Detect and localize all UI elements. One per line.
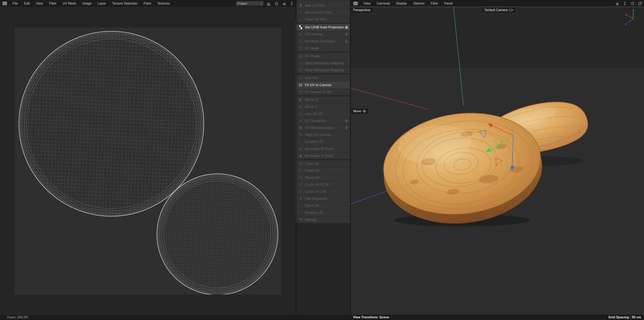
uv-command-flip-sequence[interactable]: ⇅Flip Sequence [296,195,350,202]
uv-command-label: Clear UV Pins [305,18,327,22]
paste-uv-icon: ⎘ [298,169,303,173]
pan-hand-icon[interactable] [615,1,620,6]
menu-item[interactable]: Paint [140,2,154,5]
menu-item[interactable]: File [10,2,21,5]
menu-item[interactable]: Filter [46,2,60,5]
pan-hand-icon[interactable] [282,1,286,6]
uv-command-label: Remap... [305,218,319,222]
uv-command-uv-weld-and-relax[interactable]: ∿UV Weld and Relax [296,38,350,45]
uv-command-cycle-uv-cw[interactable]: ↻Cycle UV CW [296,188,350,195]
histogram-icon[interactable] [266,1,271,6]
menu-item[interactable]: Edit [21,2,33,5]
vertical-scroll-icon[interactable] [290,1,294,6]
menu-item[interactable]: Filter [428,2,441,5]
uv-command-uv-peeler[interactable]: ▤UV Peeler [296,53,350,60]
uv-command-uv-straighten[interactable]: ≡UV Straighten [296,117,350,124]
bodypaint-uv-edit-window: FileEditViewFilterUV MeshImageLayerTextu… [0,0,644,320]
uv-editor-panel: FileEditViewFilterUV MeshImageLayerTextu… [0,0,296,314]
menu-item[interactable]: Layer [95,2,109,5]
uv-command-cycle-uv-ccw[interactable]: ↺Cycle UV CCW [296,181,350,188]
menu-item[interactable]: UV Mesh [60,2,79,5]
uv-command-add-uv-pins[interactable]: ↧Add UV Pins [296,2,350,9]
uv-editor-menubar: FileEditViewFilterUV MeshImageLayerTextu… [0,0,296,7]
viewport-toolbar [615,1,644,6]
uv-command-label: Fit UV to Canvas [305,83,332,87]
uv-texture-canvas[interactable] [14,28,282,294]
uv-command-uv-rectangularize[interactable]: ▦UV Rectangularize [296,124,350,131]
gear-icon[interactable] [345,126,348,130]
uv-command-boundary-to-quad[interactable]: ▣Boundary to Quad [296,152,350,159]
axis-z-label: Z [625,23,627,26]
uv-command-stop-interactive-mapping[interactable]: ⊘Stop Interactive Mapping [296,66,350,74]
uv-command-uv-weld[interactable]: [{UV Weld [296,45,350,52]
uv-command-reset-uv[interactable]: ↺Reset UV [296,174,350,181]
uv-command-label: Remove UV Pins [305,10,332,14]
hamburger-menu-icon[interactable] [2,2,7,5]
uv-command-line-up-uv[interactable]: ⊙Line Up UV [296,110,350,117]
uv-command-label: Boundary to Circle [305,147,334,151]
menu-item[interactable]: Cameras [374,2,393,5]
uv-command-label: Mirror V [305,105,317,109]
uv-command-label: Copy UV [305,162,319,166]
uv-command-boundary-to-circle[interactable]: ◎Boundary to Circle [296,145,350,152]
uv-command-remap[interactable]: ⚒Remap... [296,216,350,223]
uv-peeler-icon: ▤ [298,54,303,58]
hamburger-menu-icon[interactable] [353,2,358,5]
uv-command-paste-uv[interactable]: ⎘Paste UV [296,167,350,174]
uv-command-start-interactive-mapping[interactable]: ▷Start Interactive Mapping [296,60,350,66]
uv-command-copy-uv[interactable]: ⧉Copy UV [296,160,350,167]
gear-icon[interactable] [345,40,348,43]
projection-label[interactable]: Perspective [351,8,372,12]
uv-command-label: Unstitch UV [305,140,324,144]
stop-interactive-mapping-icon: ⊘ [298,68,303,72]
menu-item[interactable]: Panel [441,2,456,5]
menu-item[interactable]: Options [410,2,428,5]
uv-command-label: Max UV [305,76,317,80]
maximize-viewport-icon[interactable] [638,1,642,6]
viewport-menubar: ViewCamerasDisplayOptionsFilterPanel [351,0,644,7]
uv-command-align-uv-islands[interactable]: ↻Align UV Islands [296,131,350,138]
uv-command-section: ▚Set UVW from Projection≋UV Unwrap∿UV We… [296,24,350,52]
uv-command-fit-canvas-to-uv[interactable]: ⊞Fit Canvas to UV [296,88,350,95]
menu-item[interactable]: Textures [154,2,173,5]
uv-command-label: UV Rectangularize [305,126,334,130]
uv-command-label: Align UV Islands [305,133,331,137]
unstitch-uv-icon: ≀ [298,140,303,144]
uv-command-fit-uv-to-canvas[interactable]: ⊡Fit UV to Canvas [296,81,350,88]
uv-command-unstitch-uv[interactable]: ≀Unstitch UV [296,138,350,145]
uv-command-clear-uv-pins[interactable]: ×Clear UV Pins [296,16,350,23]
uv-command-section: ▤UV Peeler▷Start Interactive Mapping⊘Sto… [296,53,350,74]
gear-icon[interactable] [345,119,348,123]
gear-icon[interactable] [345,32,348,36]
uv-command-restore-uv[interactable]: ↑Restore UV [296,209,350,216]
uv-command-uv-unwrap[interactable]: ≋UV Unwrap [296,31,350,38]
uv-command-label: Line Up UV [305,112,323,116]
uv-command-set-uvw-from-projection[interactable]: ▚Set UVW from Projection [296,24,350,31]
project-select[interactable]: Project ▾ [236,1,264,6]
menu-item[interactable]: Display [393,2,410,5]
restore-uv-icon: ↑ [298,211,303,215]
uv-wireframe [14,28,282,294]
uv-command-label: Boundary to Quad [305,154,333,158]
unlock-icon[interactable] [274,1,279,6]
menu-item[interactable]: View [33,2,46,5]
cycle-uv-ccw-icon: ↺ [298,182,303,187]
perspective-viewport[interactable]: Perspective Default Camera Move [351,7,644,314]
uv-command-label: UV Unwrap [305,32,323,36]
set-uvw-projection-icon: ▚ [298,25,303,30]
menu-item[interactable]: View [360,2,374,5]
orbit-icon[interactable] [630,1,635,6]
uv-command-max-uv[interactable]: ◰Max UV [296,74,350,81]
camera-label[interactable]: Default Camera [483,8,515,12]
uv-command-label: Store UV [305,204,319,208]
menu-item[interactable]: Image [79,2,94,5]
reset-uv-icon: ↺ [298,176,303,180]
palette-grip[interactable] [296,0,350,2]
uv-command-store-uv[interactable]: ↓Store UV [296,202,350,209]
uv-command-mirror-v[interactable]: ⊟Mirror V [296,103,350,110]
menu-item[interactable]: Texture Selection [109,2,140,5]
gear-icon[interactable] [345,26,348,29]
uv-command-remove-uv-pins[interactable]: ↥Remove UV Pins [296,9,350,16]
vertical-scroll-icon[interactable] [622,1,627,6]
uv-command-mirror-u[interactable]: ◧Mirror U [296,96,350,103]
